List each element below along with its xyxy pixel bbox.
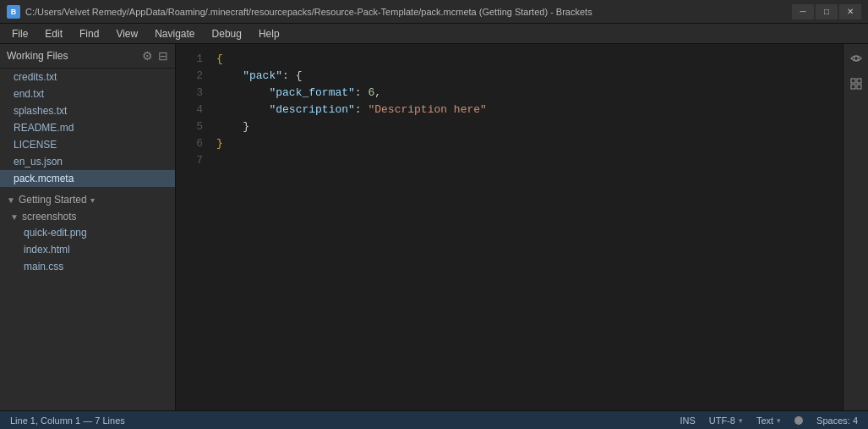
menu-edit[interactable]: Edit [36,24,71,44]
file-item-end[interactable]: end.txt [0,85,175,102]
working-files-header: Working Files ⚙ ⊟ [0,44,175,69]
status-spaces[interactable]: Spaces: 4 [816,415,858,426]
gear-icon[interactable]: ⚙ [142,49,153,63]
title-bar-left: B C:/Users/Velvet Remedy/AppData/Roaming… [7,5,592,19]
subfolder-toggle-icon: ▼ [10,212,19,222]
svg-point-0 [854,57,858,61]
folder-header-label: Getting Started [19,194,87,206]
language-arrow: ▾ [777,416,781,425]
code-line-4: "description": "Description here" [216,102,843,118]
working-files-icons: ⚙ ⊟ [142,49,168,63]
line-num-5: 5 [176,118,203,135]
svg-rect-1 [851,79,855,83]
status-bar: Line 1, Column 1 — 7 Lines INS UTF-8 ▾ T… [0,410,868,429]
status-dot-indicator [794,416,803,425]
file-item-license[interactable]: LICENSE [0,136,175,153]
status-language[interactable]: Text ▾ [756,415,781,426]
code-line-5: } [216,118,843,135]
svg-rect-2 [857,79,861,83]
line-num-6: 6 [176,135,203,152]
main-area: Working Files ⚙ ⊟ credits.txt end.txt sp… [0,44,868,410]
working-files-title: Working Files [7,50,68,62]
subfolder-label: screenshots [22,211,77,223]
minimize-button[interactable]: ─ [792,4,814,19]
subfile-quick-edit[interactable]: quick-edit.png [0,224,175,241]
svg-rect-3 [851,85,855,89]
language-label: Text [756,415,773,426]
code-line-3: "pack_format": 6, [216,85,843,102]
menu-view[interactable]: View [107,24,146,44]
live-preview-icon[interactable] [847,49,865,68]
split-icon[interactable]: ⊟ [158,49,168,63]
right-panel [843,44,868,410]
menu-bar: File Edit Find View Navigate Debug Help [0,24,868,44]
file-item-en-us[interactable]: en_us.json [0,153,175,170]
folder-arrow-icon: ▼ [7,195,15,205]
svg-rect-4 [857,85,861,89]
status-position: Line 1, Column 1 — 7 Lines [10,415,125,426]
code-editor[interactable]: { "pack": { "pack_format": 6, "descripti… [210,44,843,410]
code-line-7 [216,152,843,169]
menu-debug[interactable]: Debug [204,24,250,44]
subfile-index[interactable]: index.html [0,241,175,258]
file-item-splashes[interactable]: splashes.txt [0,102,175,119]
title-bar: B C:/Users/Velvet Remedy/AppData/Roaming… [0,0,868,24]
menu-find[interactable]: Find [71,24,107,44]
menu-navigate[interactable]: Navigate [146,24,203,44]
line-num-2: 2 [176,68,203,85]
line-num-3: 3 [176,85,203,102]
code-line-1: { [216,51,843,68]
file-list: credits.txt end.txt splashes.txt README.… [0,69,175,187]
line-num-4: 4 [176,102,203,118]
app-icon: B [7,5,20,19]
file-item-credits[interactable]: credits.txt [0,69,175,85]
extension-manager-icon[interactable] [847,74,865,93]
encoding-arrow: ▾ [739,416,743,425]
subfile-main-css[interactable]: main.css [0,258,175,275]
status-ins: INS [680,415,695,426]
menu-file[interactable]: File [3,24,36,44]
file-item-pack-mcmeta[interactable]: pack.mcmeta [0,170,175,187]
window-controls: ─ □ ✕ [792,4,861,19]
line-num-1: 1 [176,51,203,68]
folder-section: ▼ Getting Started ▾ ▼ screenshots quick-… [0,187,175,410]
code-container[interactable]: 1 2 3 4 5 6 7 { "pack": { "pack_format":… [176,44,843,410]
status-right: INS UTF-8 ▾ Text ▾ Spaces: 4 [680,415,858,426]
close-button[interactable]: ✕ [839,4,861,19]
code-line-2: "pack": { [216,68,843,85]
folder-header-chevron: ▾ [90,195,95,205]
menu-help[interactable]: Help [250,24,288,44]
file-item-readme[interactable]: README.md [0,119,175,136]
status-encoding[interactable]: UTF-8 ▾ [709,415,743,426]
line-num-7: 7 [176,152,203,169]
encoding-label: UTF-8 [709,415,735,426]
code-line-6: } [216,135,843,152]
folder-header[interactable]: ▼ Getting Started ▾ [0,187,175,209]
sidebar: Working Files ⚙ ⊟ credits.txt end.txt sp… [0,44,176,410]
maximize-button[interactable]: □ [816,4,838,19]
editor-area: 1 2 3 4 5 6 7 { "pack": { "pack_format":… [176,44,843,410]
status-dot [794,416,803,425]
subfolder-screenshots[interactable]: ▼ screenshots [0,209,175,224]
line-numbers: 1 2 3 4 5 6 7 [176,44,210,410]
title-text: C:/Users/Velvet Remedy/AppData/Roaming/.… [25,7,592,17]
